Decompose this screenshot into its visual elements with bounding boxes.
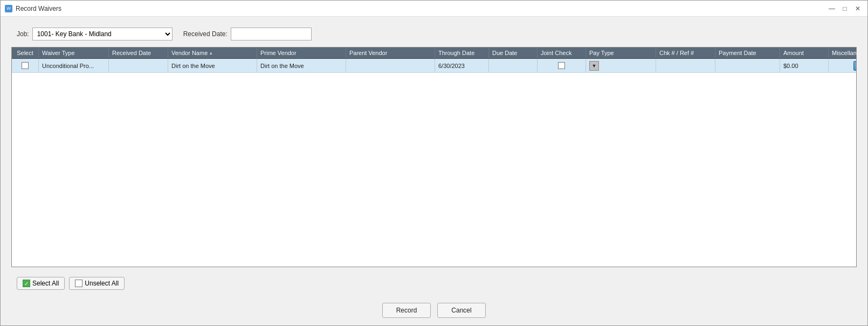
waivers-table-container: Select Waiver Type Received Date Vendor … <box>11 47 857 267</box>
col-vendor-name: Vendor Name ▲ <box>168 47 257 58</box>
col-prime-vendor: Prime Vendor <box>257 47 346 58</box>
row-payment-date <box>715 59 780 72</box>
row-vendor-name: Dirt on the Move <box>168 59 257 72</box>
unselect-all-button[interactable]: Unselect All <box>69 277 125 290</box>
vendor-sort-icon: ▲ <box>209 51 213 56</box>
col-chk-ref: Chk # / Ref # <box>656 47 715 58</box>
col-pay-type: Pay Type <box>586 47 656 58</box>
window-icon: W <box>5 5 12 12</box>
row-select-checkbox[interactable] <box>22 62 29 69</box>
col-through-date: Through Date <box>435 47 489 58</box>
close-button[interactable]: ✕ <box>852 3 863 14</box>
received-date-label: Received Date: <box>183 30 228 38</box>
row-received-date <box>109 59 168 72</box>
row-select-cell <box>12 59 39 72</box>
main-content: Job: 1001- Key Bank - Midland Received D… <box>1 17 867 298</box>
select-all-label: Select All <box>32 280 59 287</box>
record-waivers-window: W Record Waivers — □ ✕ Job: 1001- Key Ba… <box>0 0 868 326</box>
col-amount: Amount <box>780 47 829 58</box>
col-parent-vendor: Parent Vendor <box>346 47 435 58</box>
table-body: Unconditional Pro... Dirt on the Move Di… <box>12 59 856 267</box>
col-received-date: Received Date <box>109 47 168 58</box>
col-miscellaneous: Miscellaneous <box>829 47 857 58</box>
row-waiver-type: Unconditional Pro... <box>39 59 109 72</box>
miscellaneous-icon[interactable]: 📄 <box>853 61 857 71</box>
cancel-button[interactable]: Cancel <box>437 303 486 318</box>
row-joint-check-checkbox[interactable] <box>558 62 565 69</box>
window-title: Record Waivers <box>16 5 61 12</box>
row-parent-vendor <box>346 59 435 72</box>
bottom-bar: ✓ Select All Unselect All <box>11 274 857 293</box>
row-joint-check-cell <box>538 59 586 72</box>
col-due-date: Due Date <box>489 47 538 58</box>
footer: Record Cancel <box>1 298 867 325</box>
col-joint-check: Joint Check <box>538 47 586 58</box>
top-form: Job: 1001- Key Bank - Midland Received D… <box>11 28 857 40</box>
select-all-checkbox-icon: ✓ <box>23 280 30 287</box>
job-select[interactable]: 1001- Key Bank - Midland <box>32 28 173 40</box>
received-date-group: Received Date: <box>183 28 312 40</box>
table-row: Unconditional Pro... Dirt on the Move Di… <box>12 59 856 73</box>
job-group: Job: 1001- Key Bank - Midland <box>17 28 173 40</box>
title-bar: W Record Waivers — □ ✕ <box>1 1 867 17</box>
row-chk-ref <box>656 59 715 72</box>
row-pay-type: ▼ <box>586 59 656 72</box>
record-button[interactable]: Record <box>382 303 431 318</box>
col-waiver-type: Waiver Type <box>39 47 109 58</box>
minimize-button[interactable]: — <box>826 3 837 14</box>
job-label: Job: <box>17 30 29 38</box>
select-all-button[interactable]: ✓ Select All <box>17 277 65 290</box>
window-controls: — □ ✕ <box>826 3 863 14</box>
unselect-all-label: Unselect All <box>85 280 119 287</box>
title-bar-left: W Record Waivers <box>5 5 61 12</box>
unselect-all-checkbox-icon <box>75 280 82 287</box>
row-prime-vendor: Dirt on the Move <box>257 59 346 72</box>
pay-type-dropdown[interactable]: ▼ <box>589 61 599 71</box>
col-select: Select <box>12 47 39 58</box>
col-payment-date: Payment Date <box>715 47 780 58</box>
table-header: Select Waiver Type Received Date Vendor … <box>12 47 856 59</box>
received-date-input[interactable] <box>231 28 312 40</box>
maximize-button[interactable]: □ <box>839 3 850 14</box>
row-due-date <box>489 59 538 72</box>
row-amount: $0.00 <box>780 59 829 72</box>
row-through-date: 6/30/2023 <box>435 59 489 72</box>
row-miscellaneous: 📄 <box>829 59 856 72</box>
